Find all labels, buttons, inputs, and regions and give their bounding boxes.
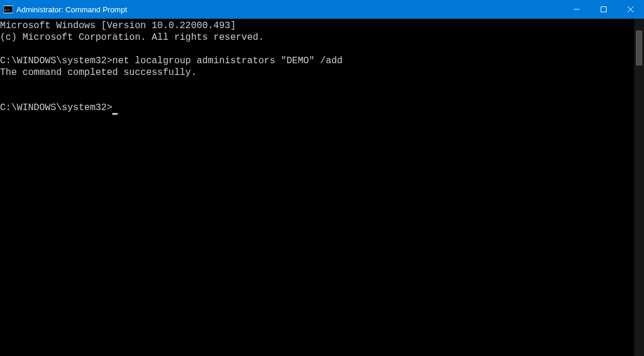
maximize-button[interactable] bbox=[590, 0, 617, 19]
terminal-line: Microsoft Windows [Version 10.0.22000.49… bbox=[0, 20, 236, 31]
close-button[interactable] bbox=[617, 0, 644, 19]
minimize-button[interactable] bbox=[563, 0, 590, 19]
titlebar-left: C:\ Administrator: Command Prompt bbox=[0, 5, 127, 14]
window-title: Administrator: Command Prompt bbox=[16, 5, 127, 14]
terminal-prompt: C:\WINDOWS\system32> bbox=[0, 56, 112, 66]
terminal-line: The command completed successfully. bbox=[0, 67, 197, 78]
scrollbar-track[interactable] bbox=[634, 19, 644, 356]
terminal-output: Microsoft Windows [Version 10.0.22000.49… bbox=[0, 19, 644, 114]
cmd-icon: C:\ bbox=[4, 5, 13, 14]
scrollbar-thumb[interactable] bbox=[636, 30, 642, 66]
terminal-cursor bbox=[112, 113, 118, 115]
terminal-area[interactable]: Microsoft Windows [Version 10.0.22000.49… bbox=[0, 19, 644, 356]
svg-text:C:\: C:\ bbox=[5, 8, 10, 12]
window-titlebar: C:\ Administrator: Command Prompt bbox=[0, 0, 644, 19]
terminal-prompt: C:\WINDOWS\system32> bbox=[0, 102, 112, 113]
svg-rect-3 bbox=[601, 7, 607, 12]
terminal-command: net localgroup administrators "DEMO" /ad… bbox=[112, 56, 343, 66]
terminal-line: (c) Microsoft Corporation. All rights re… bbox=[0, 32, 264, 43]
window-controls bbox=[563, 0, 644, 19]
